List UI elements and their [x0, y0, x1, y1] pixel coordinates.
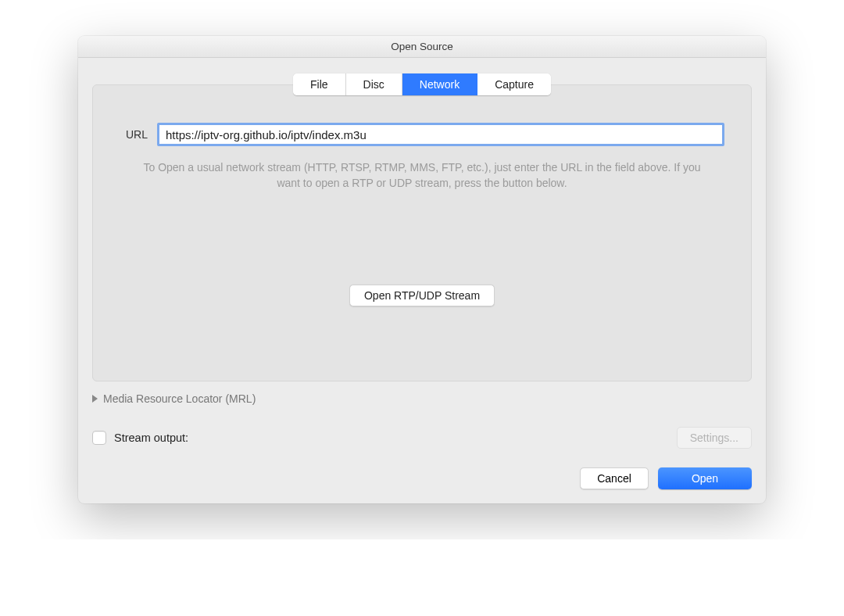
open-rtp-udp-button[interactable]: Open RTP/UDP Stream	[349, 285, 495, 306]
mrl-label: Media Resource Locator (MRL)	[103, 392, 256, 405]
url-input[interactable]	[157, 123, 724, 146]
stream-output-label: Stream output:	[114, 432, 188, 444]
stream-output-row: Stream output: Settings...	[92, 427, 752, 449]
url-row: URL	[120, 123, 724, 146]
stream-output-checkbox[interactable]	[92, 431, 106, 445]
network-hint: To Open a usual network stream (HTTP, RT…	[120, 160, 724, 191]
open-button[interactable]: Open	[658, 467, 752, 489]
window-title: Open Source	[391, 41, 453, 52]
content-area: File Disc Network Capture URL To Open a …	[78, 58, 766, 503]
rtp-button-wrap: Open RTP/UDP Stream	[120, 285, 724, 306]
tab-network[interactable]: Network	[402, 73, 477, 95]
open-source-dialog: Open Source File Disc Network Capture UR…	[78, 36, 766, 503]
cancel-button[interactable]: Cancel	[580, 467, 649, 489]
tab-strip: File Disc Network Capture	[293, 73, 551, 95]
network-panel: URL To Open a usual network stream (HTTP…	[92, 84, 752, 381]
tab-disc[interactable]: Disc	[346, 73, 402, 95]
dialog-footer: Cancel Open	[92, 467, 752, 489]
tab-bar: File Disc Network Capture	[92, 73, 752, 95]
disclosure-triangle-icon[interactable]	[92, 395, 98, 403]
url-label: URL	[120, 128, 148, 141]
settings-button: Settings...	[677, 427, 752, 449]
mrl-section[interactable]: Media Resource Locator (MRL)	[92, 392, 752, 405]
tab-capture[interactable]: Capture	[477, 73, 551, 95]
titlebar: Open Source	[78, 36, 766, 58]
tab-file[interactable]: File	[293, 73, 346, 95]
